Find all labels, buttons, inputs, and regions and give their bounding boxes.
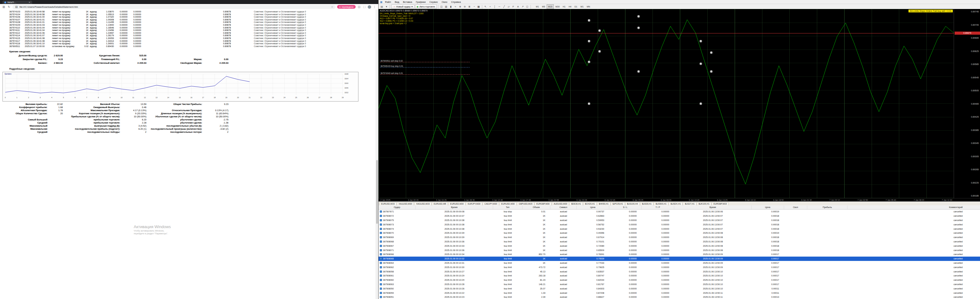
- zoom-out-icon[interactable]: ⊖: [463, 5, 467, 9]
- trade-marker-icon[interactable]: [637, 27, 640, 29]
- chart-tab[interactable]: EURUSD,M30: [448, 202, 466, 205]
- channel-icon[interactable]: ▱: [507, 5, 511, 9]
- trade-marker-icon[interactable]: [700, 102, 702, 105]
- order-history-row[interactable]: 367508065 2025.01.06 00:10:32 buy limit …: [379, 257, 980, 261]
- menu-item[interactable]: Окно: [442, 1, 448, 3]
- menu-item[interactable]: Вид: [395, 1, 399, 3]
- chart-tab[interactable]: XAGUSD,M15: [414, 202, 431, 205]
- order-history-row[interactable]: 367508059 2025.01.06 00:10:22 buy limit …: [379, 291, 980, 295]
- refresh-icon[interactable]: ↻: [7, 5, 11, 9]
- order-history-row[interactable]: 367508072 2025.01.06 00:10:37 buy limit …: [379, 214, 980, 218]
- timeframe-button[interactable]: M1: [535, 4, 541, 9]
- trade-marker-icon[interactable]: [637, 15, 640, 18]
- chart-tab[interactable]: GBPUSD,M15: [517, 202, 534, 205]
- menu-item[interactable]: Справка: [451, 1, 461, 3]
- order-history-row[interactable]: 367508073 2025.01.06 00:10:38 buy limit …: [379, 222, 980, 227]
- fibonacci-icon[interactable]: F: [511, 5, 515, 9]
- chart-tab[interactable]: $US100,H4: [625, 202, 640, 205]
- time-axis[interactable]: 2 Jan 20253 Jan 00:153 Jan 04:253 Jan 08…: [379, 198, 980, 202]
- menu-item[interactable]: Файл: [385, 1, 391, 3]
- zoom-in-icon[interactable]: ⊕: [458, 5, 462, 9]
- templates-icon[interactable]: ▦: [477, 5, 481, 9]
- new-chart-icon[interactable]: ▤: [380, 5, 384, 9]
- chart-tab[interactable]: EURUSD,M15: [379, 202, 396, 205]
- bar-chart-icon[interactable]: ▥: [444, 5, 448, 9]
- order-history-row[interactable]: 367508068 2025.01.06 00:10:36 buy limit …: [379, 240, 980, 244]
- timeframe-button[interactable]: W1: [579, 4, 585, 9]
- order-history-row[interactable]: 367508071 2025.01.06 00:10:36 buy limit …: [379, 248, 980, 252]
- chart-tab[interactable]: $US500,H1: [654, 202, 668, 205]
- order-history-row[interactable]: 367508050 2025.01.06 00:10:26 buy limit …: [379, 286, 980, 291]
- scrollbar-thumb[interactable]: [376, 160, 378, 224]
- chart-tab[interactable]: CADJPY,M30: [482, 202, 499, 205]
- trade-marker-icon[interactable]: [637, 70, 640, 73]
- order-history-row[interactable]: 367508062 2025.01.06 00:10:30 buy limit …: [379, 265, 980, 269]
- order-history-row[interactable]: 367507671 2025.01.06 00:00:08 buy stop 0…: [379, 210, 980, 214]
- chart-tab[interactable]: EURJPY,M30: [466, 202, 482, 205]
- price-scale[interactable]: 0.89679 0.897450.897050.896650.896250.89…: [954, 9, 980, 198]
- chart-tab[interactable]: AUDUSD,M30: [552, 202, 569, 205]
- chart-tab[interactable]: $US30,H1: [640, 202, 654, 205]
- trade-marker-icon[interactable]: [598, 50, 601, 53]
- autotrading-button[interactable]: ▶ Авто-торговля: [415, 4, 437, 9]
- chart-tab[interactable]: EURGBP,M15: [712, 202, 729, 205]
- timeframe-button[interactable]: MN: [585, 4, 592, 9]
- order-history-row[interactable]: 367508070 2025.01.06 00:10:39 buy limit …: [379, 231, 980, 235]
- chart-tab[interactable]: $CH20,H1: [583, 202, 597, 205]
- split-screen-icon[interactable]: ◫: [357, 5, 361, 9]
- trade-marker-icon[interactable]: [588, 40, 590, 42]
- arrow-icon[interactable]: ↗: [521, 5, 525, 9]
- order-history-row[interactable]: 367508064 2025.01.06 00:10:31 buy limit …: [379, 261, 980, 265]
- order-history-row[interactable]: 367508069 2025.01.06 00:10:39 buy limit …: [379, 235, 980, 240]
- new-order-button[interactable]: ＋ Новый ордер ▾: [391, 4, 414, 9]
- trade-marker-icon[interactable]: [700, 62, 702, 65]
- trade-marker-icon[interactable]: [588, 60, 590, 64]
- order-history-row[interactable]: 367508066 2025.01.06 00:10:34 buy limit …: [379, 252, 980, 257]
- candlestick-chart-icon[interactable]: ▮: [449, 5, 453, 9]
- trade-marker-icon[interactable]: [710, 70, 713, 73]
- trendline-icon[interactable]: ╱: [502, 5, 506, 9]
- order-history-row[interactable]: 367508060 2025.01.06 00:10:29 buy limit …: [379, 278, 980, 282]
- horizontal-line-icon[interactable]: ─: [498, 5, 501, 9]
- chart-tab[interactable]: $US27,H1: [683, 202, 696, 205]
- shapes-icon[interactable]: ◻: [525, 5, 529, 9]
- indicators-icon[interactable]: ≣: [468, 5, 471, 9]
- order-history-row[interactable]: 367508051 2025.01.06 00:10:23 buy limit …: [379, 295, 980, 299]
- cursor-icon[interactable]: ↖: [484, 5, 487, 9]
- order-history-row[interactable]: 367508058 2025.01.06 00:10:27 buy limit …: [379, 269, 980, 274]
- chart-tab[interactable]: $DE30,H1: [569, 202, 582, 205]
- timeframe-button[interactable]: H4: [567, 4, 573, 9]
- side-panel-icon[interactable]: ▥: [2, 5, 6, 9]
- crosshair-icon[interactable]: +: [488, 5, 492, 9]
- order-history-row[interactable]: 367508061 2025.01.06 00:10:29 buy limit …: [379, 274, 980, 278]
- chart-tab[interactable]: $USDX,H1: [668, 202, 682, 205]
- chart-tab[interactable]: $UK100,H1: [697, 202, 711, 205]
- trade-marker-icon[interactable]: [588, 19, 590, 22]
- chart-tab[interactable]: $HK50,H1: [597, 202, 611, 205]
- trade-marker-icon[interactable]: [700, 40, 702, 42]
- order-history-row[interactable]: 367508063 2025.01.06 00:10:28 buy limit …: [379, 282, 980, 286]
- extensions-icon[interactable]: ⬚: [363, 5, 366, 9]
- chart-profiles-icon[interactable]: ▾: [385, 5, 388, 9]
- timeframe-button[interactable]: D1: [573, 4, 579, 9]
- trade-marker-icon[interactable]: [588, 102, 590, 105]
- timeframe-button[interactable]: M5: [541, 4, 547, 9]
- browser-menu-icon[interactable]: ⋮: [373, 5, 376, 9]
- timeframe-button[interactable]: M15: [547, 4, 554, 9]
- trade-marker-icon[interactable]: [598, 29, 601, 32]
- trade-marker-icon[interactable]: [710, 51, 713, 54]
- chart-tab[interactable]: EURGBP,M30: [535, 202, 552, 205]
- browser-tab[interactable]: MetaTr… ✕: [3, 1, 32, 4]
- translated-chip[interactable]: A переведено: [337, 5, 356, 9]
- chart-tab[interactable]: XAUUSD,M30: [397, 202, 414, 205]
- vertical-line-icon[interactable]: │: [493, 5, 497, 9]
- order-history-row[interactable]: 367508074 2025.01.06 00:10:38 buy limit …: [379, 227, 980, 231]
- order-history-row[interactable]: 367508067 2025.01.06 00:10:33 buy limit …: [379, 243, 980, 248]
- chart-tab[interactable]: EURUSD,M5: [432, 202, 448, 205]
- timeframe-button[interactable]: H1: [562, 4, 567, 9]
- profile-avatar[interactable]: [368, 5, 371, 9]
- bookmark-star-icon[interactable]: ☆: [331, 6, 333, 8]
- chart-tab[interactable]: EURUSD,M30: [499, 202, 517, 205]
- periods-icon[interactable]: ◔: [472, 5, 476, 9]
- price-plot[interactable]: AUDCAD,M15 0.89675 0.89680 0.89673 0.896…: [379, 9, 954, 198]
